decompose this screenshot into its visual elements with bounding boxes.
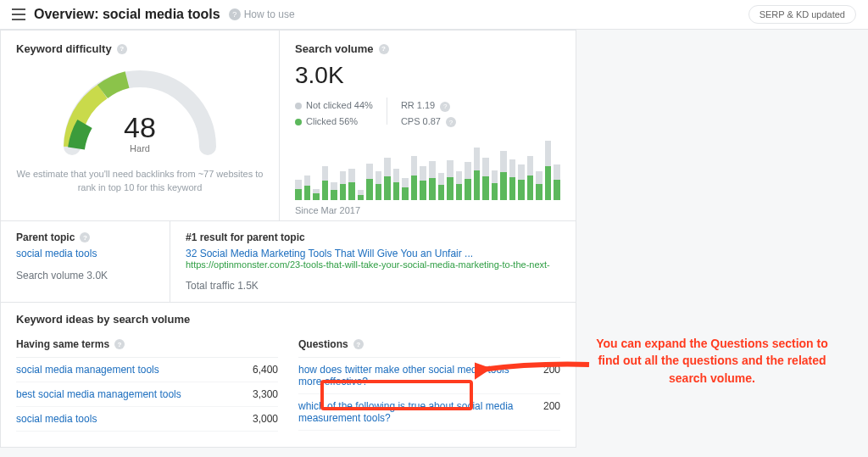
keyword-ideas-heading: Keyword ideas by search volume — [16, 313, 560, 326]
annotation-arrow — [475, 354, 593, 388]
histogram-bar — [554, 164, 560, 200]
sv-heading: Search volume — [295, 42, 374, 55]
histogram-bar — [313, 189, 320, 201]
histogram-bar — [509, 159, 516, 200]
histogram-bar — [456, 171, 463, 200]
kd-value: 48 — [55, 111, 225, 144]
top-result-heading: #1 result for parent topic — [186, 231, 560, 243]
info-icon[interactable]: ? — [379, 44, 389, 54]
histogram-bar — [474, 148, 481, 200]
annotation-text: You can expand the Questions section to … — [593, 335, 831, 387]
sv-since: Since Mar 2017 — [295, 205, 560, 215]
keyword-difficulty-card: Keyword difficulty ? 48 Hard We estimate… — [0, 30, 280, 221]
parent-topic-link[interactable]: social media tools — [16, 248, 154, 259]
top-result-url[interactable]: https://optinmonster.com/23-tools-that-w… — [186, 259, 560, 270]
keyword-link[interactable]: social media management tools — [16, 364, 241, 376]
histogram-bar — [465, 162, 471, 200]
histogram-bar — [518, 164, 525, 200]
info-icon[interactable]: ? — [446, 117, 456, 127]
same-terms-column: Having same terms? social media manageme… — [16, 330, 278, 432]
info-icon[interactable]: ? — [353, 339, 364, 349]
divider — [387, 98, 387, 125]
sv-legend: Not clicked 44% Clicked 56% — [295, 98, 373, 129]
annotation-callout: You can expand the Questions section to … — [593, 335, 831, 387]
info-icon[interactable]: ? — [117, 44, 127, 54]
how-to-use-label: How to use — [244, 8, 295, 20]
top-result-title[interactable]: 32 Social Media Marketing Tools That Wil… — [186, 248, 560, 259]
help-icon: ? — [229, 8, 241, 20]
kd-heading: Keyword difficulty — [16, 42, 112, 55]
histogram-bar — [331, 182, 337, 201]
histogram-bar — [376, 171, 382, 200]
sv-rates: RR 1.19? CPS 0.87? — [401, 98, 456, 129]
kd-label: Hard — [55, 143, 225, 153]
keyword-row: best social media management tools3,300 — [16, 382, 278, 407]
histogram-bar — [447, 160, 453, 200]
histogram-bar — [438, 173, 445, 200]
histogram-bar — [411, 156, 418, 201]
keyword-volume: 3,300 — [241, 388, 278, 400]
histogram-bar — [304, 176, 311, 201]
questions-heading: Questions — [298, 338, 348, 350]
keyword-volume: 6,400 — [241, 364, 278, 376]
histogram-bar — [393, 169, 400, 201]
how-to-use-link[interactable]: ? How to use — [229, 8, 295, 20]
histogram-bar — [358, 190, 364, 200]
top-result-traffic: Total traffic 1.5K — [186, 280, 560, 292]
info-icon[interactable]: ? — [114, 339, 125, 349]
histogram-bar — [348, 169, 355, 201]
search-volume-card: Search volume ? 3.0K Not clicked 44% Cli… — [280, 30, 576, 221]
sv-histogram — [295, 141, 560, 200]
histogram-bar — [429, 161, 436, 200]
clicked-label: Clicked 56% — [306, 116, 358, 126]
histogram-bar — [420, 166, 426, 200]
histogram-bar — [536, 171, 542, 200]
cps-label: CPS 0.87 — [401, 114, 441, 130]
dot-icon — [295, 119, 302, 125]
histogram-bar — [545, 141, 552, 200]
keyword-volume: 3,000 — [241, 413, 278, 425]
histogram-bar — [527, 156, 534, 201]
keyword-link[interactable]: social media tools — [16, 413, 241, 425]
kd-gauge: 48 Hard — [55, 62, 225, 159]
sv-value: 3.0K — [295, 62, 560, 89]
info-icon[interactable]: ? — [80, 232, 90, 242]
keyword-row: social media management tools6,400 — [16, 358, 278, 382]
rr-label: RR 1.19 — [401, 98, 435, 114]
histogram-bar — [340, 171, 347, 200]
not-clicked-label: Not clicked 44% — [306, 100, 373, 110]
histogram-bar — [384, 158, 391, 200]
histogram-bar — [500, 151, 507, 201]
same-terms-heading: Having same terms — [16, 338, 109, 350]
parent-topic-heading: Parent topic — [16, 231, 75, 243]
top-result-panel: #1 result for parent topic 32 Social Med… — [170, 221, 576, 302]
histogram-bar — [295, 180, 302, 200]
dot-icon — [295, 103, 302, 109]
hamburger-menu[interactable] — [12, 8, 25, 20]
serp-updated-badge: SERP & KD updated — [748, 5, 856, 24]
parent-topic-sv: Search volume 3.0K — [16, 270, 154, 281]
question-volume: 200 — [523, 400, 560, 424]
keyword-row: social media tools3,000 — [16, 407, 278, 432]
page-title: Overview: social media tools — [34, 7, 220, 22]
histogram-bar — [482, 158, 489, 200]
question-link[interactable]: which of the following is true about soc… — [298, 400, 523, 424]
histogram-bar — [492, 170, 498, 200]
info-icon[interactable]: ? — [440, 102, 450, 112]
keyword-link[interactable]: best social media management tools — [16, 388, 241, 400]
kd-description: We estimate that you'll need backlinks f… — [16, 168, 264, 195]
parent-topic-panel: Parent topic? social media tools Search … — [1, 221, 170, 302]
histogram-bar — [322, 166, 329, 200]
histogram-bar — [366, 164, 373, 201]
histogram-bar — [402, 178, 409, 200]
question-row: which of the following is true about soc… — [298, 394, 560, 431]
